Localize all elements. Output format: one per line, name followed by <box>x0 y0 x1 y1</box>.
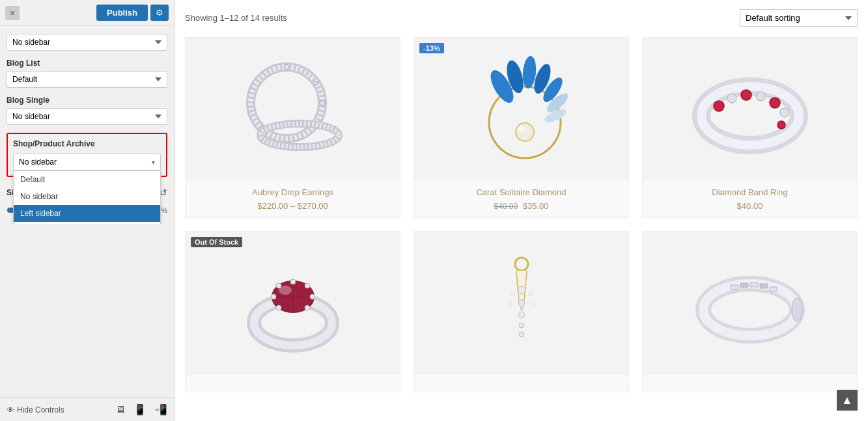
sort-select[interactable]: Default sorting Sort by popularity Sort … <box>740 9 858 27</box>
svg-point-42 <box>518 300 525 306</box>
svg-point-35 <box>310 294 315 299</box>
svg-point-22 <box>756 92 765 101</box>
svg-point-2 <box>284 64 289 70</box>
svg-point-3 <box>314 81 318 85</box>
svg-point-40 <box>515 258 528 271</box>
product-card <box>642 231 858 392</box>
option-left-sidebar[interactable]: Left sidebar <box>14 205 160 222</box>
product-price: $220.00 – $270.00 <box>192 201 393 211</box>
product-image-baguette <box>679 245 822 362</box>
svg-point-19 <box>714 101 724 111</box>
product-image-area <box>414 232 628 375</box>
publish-area: Publish ⚙ <box>96 5 169 21</box>
svg-rect-52 <box>731 285 738 290</box>
svg-point-48 <box>508 303 512 306</box>
svg-point-37 <box>276 305 281 310</box>
product-name: Diamond Band Ring <box>649 187 850 197</box>
product-image-area <box>186 38 400 181</box>
blog-list-select[interactable]: Default No sidebar Left sidebar Right si… <box>7 71 167 88</box>
product-card <box>413 231 629 392</box>
shop-product-dropdown-value: No sidebar <box>19 157 57 167</box>
svg-point-23 <box>770 98 780 108</box>
eye-icon: 👁 <box>7 405 14 414</box>
hide-controls-label: Hide Controls <box>17 405 64 414</box>
svg-point-36 <box>305 305 310 310</box>
svg-point-49 <box>531 303 535 306</box>
svg-point-33 <box>290 279 296 284</box>
product-name: Aubrey Drop Earrings <box>192 187 393 197</box>
product-image-area: -13% <box>414 38 628 181</box>
product-image-area <box>643 38 857 181</box>
panel-footer: 👁 Hide Controls 🖥 📱 📲 <box>0 398 174 421</box>
product-info: Carat Solitaire Diamond $40.00 $35.00 <box>414 181 628 217</box>
option-default[interactable]: Default <box>14 171 160 188</box>
gear-button[interactable]: ⚙ <box>150 5 169 21</box>
top-bar: Showing 1–12 of 14 results Default sorti… <box>185 9 858 27</box>
option-right-sidebar[interactable]: Right sidebar <box>14 222 160 224</box>
svg-point-34 <box>305 283 310 288</box>
svg-point-21 <box>741 90 751 100</box>
svg-point-38 <box>271 294 276 299</box>
left-panel: × Publish ⚙ No sidebar Default Left side… <box>0 0 175 421</box>
product-image-rings <box>228 51 358 168</box>
hide-controls-button[interactable]: 👁 Hide Controls <box>7 405 64 414</box>
product-image-area: Out Of Stock <box>186 232 400 375</box>
product-info: Aubrey Drop Earrings $220.00 – $270.00 <box>186 181 400 217</box>
panel-content: No sidebar Default Left sidebar Right si… <box>0 26 174 224</box>
svg-rect-55 <box>760 284 768 288</box>
product-name: Carat Solitaire Diamond <box>421 187 622 197</box>
shop-product-dropdown-display[interactable]: No sidebar ▾ <box>13 154 161 170</box>
svg-point-43 <box>518 312 525 318</box>
svg-point-20 <box>727 94 736 103</box>
blog-single-label: Blog Single <box>7 96 167 105</box>
product-badge-out-of-stock: Out Of Stock <box>191 237 242 247</box>
svg-rect-56 <box>770 287 777 292</box>
desktop-icon-button[interactable]: 🖥 <box>115 403 126 416</box>
slider-unit: % <box>161 206 167 214</box>
close-button[interactable]: × <box>5 6 20 20</box>
publish-button[interactable]: Publish <box>96 5 148 21</box>
svg-point-16 <box>518 126 525 132</box>
product-price: $40.00 <box>649 201 850 211</box>
top-sidebar-dropdown-wrapper: No sidebar Default Left sidebar Right si… <box>7 34 167 51</box>
svg-point-4 <box>320 100 325 105</box>
main-content: Showing 1–12 of 14 results Default sorti… <box>175 0 868 421</box>
shop-product-section: Shop/Product Archive No sidebar ▾ Defaul… <box>7 133 167 177</box>
product-card: Diamond Band Ring $40.00 <box>642 37 858 218</box>
chevron-down-icon: ▾ <box>152 159 155 166</box>
product-image-pendant <box>463 245 580 362</box>
product-price: $40.00 $35.00 <box>421 201 622 211</box>
tablet-icon-button[interactable]: 📱 <box>133 403 147 416</box>
top-sidebar-select[interactable]: No sidebar Default Left sidebar Right si… <box>7 34 167 51</box>
mobile-icon-button[interactable]: 📲 <box>154 403 167 416</box>
product-image-brooch <box>456 48 587 171</box>
results-text: Showing 1–12 of 14 results <box>185 13 287 23</box>
svg-rect-54 <box>750 282 758 287</box>
product-badge-discount: -13% <box>419 43 444 53</box>
svg-point-24 <box>780 108 789 117</box>
scroll-to-top-button[interactable]: ▲ <box>837 390 858 411</box>
svg-point-57 <box>792 298 802 321</box>
svg-point-44 <box>519 323 524 328</box>
svg-point-46 <box>511 292 514 295</box>
svg-point-39 <box>279 286 292 295</box>
products-grid: Aubrey Drop Earrings $220.00 – $270.00 -… <box>185 37 858 392</box>
blog-single-select[interactable]: No sidebar Default Left sidebar Right si… <box>7 108 167 125</box>
blog-list-label: Blog List <box>7 59 167 68</box>
footer-icons: 🖥 📱 📲 <box>115 403 167 416</box>
product-card: -13% C <box>413 37 629 218</box>
svg-point-41 <box>518 286 525 294</box>
product-info: Diamond Band Ring $40.00 <box>643 181 857 217</box>
product-card: Out Of Stock <box>185 231 400 392</box>
svg-point-45 <box>519 332 524 337</box>
svg-point-15 <box>516 123 534 141</box>
product-image-band <box>679 51 822 168</box>
svg-rect-53 <box>740 283 748 288</box>
panel-scroll-area: No sidebar Default Left sidebar Right si… <box>0 26 174 398</box>
price-original: $40.00 <box>494 202 518 211</box>
product-image-area <box>643 232 857 375</box>
option-no-sidebar[interactable]: No sidebar <box>14 188 160 205</box>
product-info <box>414 375 628 392</box>
svg-point-47 <box>529 292 533 295</box>
product-info <box>186 375 400 392</box>
